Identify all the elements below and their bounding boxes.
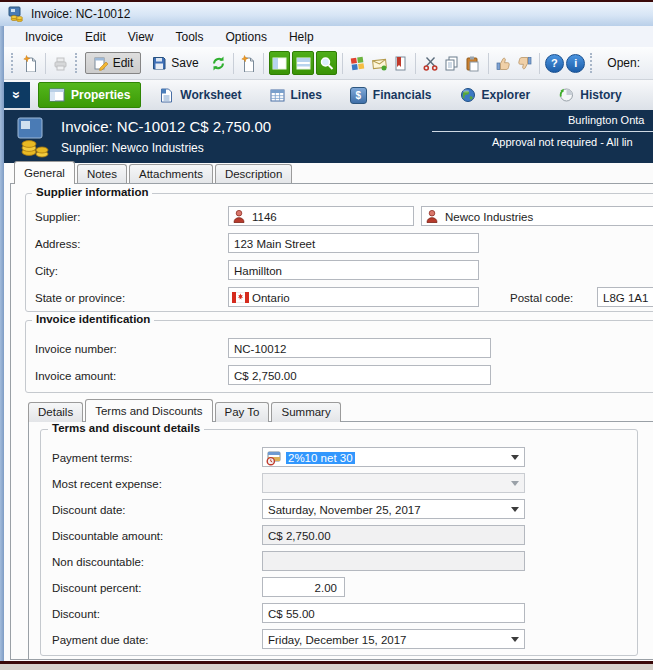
discount-date-combobox[interactable]: Saturday, November 25, 2017 [262,499,525,519]
state-value: Ontario [252,292,290,304]
menu-edit[interactable]: Edit [74,28,117,46]
supplier-name-field[interactable]: Newco Industries [421,206,653,226]
history-clock-icon [558,87,574,103]
tab-notes[interactable]: Notes [77,164,127,184]
invoice-id-legend: Invoice identification [32,313,154,325]
lines-grid-icon [270,89,285,102]
menu-help[interactable]: Help [278,28,325,46]
dollar-glyph: $ [356,90,362,101]
city-label: City: [35,261,58,281]
menu-invoice[interactable]: Invoice [14,28,74,46]
mail-icon [371,55,388,72]
edit-button[interactable]: Edit [85,52,142,74]
paste-button[interactable] [462,51,483,75]
address-field[interactable]: 123 Main Street [228,233,479,253]
nav-financials[interactable]: $ Financials [340,83,442,107]
zoom-toggle[interactable] [316,51,337,75]
invoice-number-field[interactable]: NC-10012 [228,338,491,358]
windows-button[interactable] [347,51,368,75]
nav-explorer-label: Explorer [482,88,531,102]
discount-date-label: Discount date: [52,500,126,520]
dropdown-arrow-icon [507,475,523,491]
invoice-amount-value: C$ 2,750.00 [234,370,297,382]
payment-terms-value: 2%10 net 30 [286,452,355,464]
nav-properties[interactable]: Properties [38,82,141,108]
tab-description[interactable]: Description [215,164,293,184]
report-button[interactable] [390,51,411,75]
discount-percent-field[interactable]: 2.00 [262,577,345,597]
nav-financials-label: Financials [373,88,432,102]
discountable-amount-field: C$ 2,750.00 [262,525,525,545]
info-button[interactable]: i [565,51,586,75]
financials-dollar-icon: $ [350,87,367,104]
nav-explorer[interactable]: Explorer [450,83,541,107]
banner-approval-text: Approval not required - All lin [492,136,633,148]
discountable-amount-label: Discountable amount: [52,526,163,546]
supplier-id-field[interactable]: 1146 [228,206,414,226]
save-button[interactable]: Save [143,52,206,74]
main-tabstrip: General Notes Attachments Description [14,162,292,184]
edit-icon [93,55,109,71]
state-field[interactable]: Ontario [228,287,479,307]
person-icon [425,209,439,224]
layout-rows-toggle[interactable] [292,51,313,75]
window-title: Invoice: NC-10012 [31,7,130,21]
payment-terms-label: Payment terms: [52,448,133,468]
tab-terms-and-discounts[interactable]: Terms and Discounts [85,399,212,422]
toolbar: Edit Save [4,47,653,80]
discountable-amount-value: C$ 2,750.00 [268,530,331,542]
worksheet-icon [159,88,174,103]
help-button[interactable]: ? [544,51,565,75]
supplier-label: Supplier: [35,207,80,227]
save-icon [151,55,167,71]
dropdown-arrow-icon[interactable] [507,449,523,465]
postal-code-value: L8G 1A1 [603,292,648,304]
collapse-nav-button[interactable]: » [4,82,30,108]
copy-button[interactable] [441,51,462,75]
approve-button[interactable] [492,51,513,75]
nav-lines-label: Lines [291,88,322,102]
printer-icon [52,55,69,72]
address-label: Address: [35,234,80,254]
cut-button[interactable] [420,51,441,75]
invoice-amount-field[interactable]: C$ 2,750.00 [228,365,491,385]
layout-left-pane-toggle[interactable] [269,51,290,75]
payment-terms-combobox[interactable]: 2%10 net 30 [262,447,525,467]
tab-details[interactable]: Details [28,402,83,422]
nav-history[interactable]: History [548,83,631,107]
address-value: 123 Main Street [234,238,315,250]
discount-field[interactable]: C$ 55.00 [262,603,525,623]
terms-legend: Terms and discount details [48,422,204,434]
menu-tools[interactable]: Tools [165,28,215,46]
open-label: Open: [607,56,640,70]
toolbar-drag-handle[interactable] [590,53,595,73]
print-button[interactable] [50,51,71,75]
payment-due-date-combobox[interactable]: Friday, December 15, 2017 [262,629,525,649]
new-invoice-button[interactable] [20,51,41,75]
city-field[interactable]: Hamillton [228,260,479,280]
new-document-button[interactable] [238,51,259,75]
invoice-number-label: Invoice number: [35,339,117,359]
tab-general[interactable]: General [14,161,75,184]
tab-pay-to[interactable]: Pay To [215,402,270,422]
menu-bar: Invoice Edit View Tools Options Help [4,26,653,47]
nav-worksheet[interactable]: Worksheet [149,83,251,107]
menu-options[interactable]: Options [215,28,278,46]
recent-expense-combobox [262,473,525,493]
dropdown-arrow-icon[interactable] [507,501,523,517]
tab-summary[interactable]: Summary [271,402,340,422]
menu-view[interactable]: View [117,28,165,46]
send-button[interactable] [369,51,390,75]
payment-due-date-value: Friday, December 15, 2017 [268,634,407,646]
tab-attachments[interactable]: Attachments [129,164,213,184]
toolbar-drag-handle[interactable] [11,53,16,73]
nav-lines[interactable]: Lines [260,83,332,107]
toolbar-drag-handle[interactable] [75,53,80,73]
view-nav-bar: » Properties Worksheet Lines $ Financial… [4,80,653,110]
postal-code-field[interactable]: L8G 1A1 [597,287,653,307]
dropdown-arrow-icon[interactable] [507,631,523,647]
refresh-button[interactable] [208,51,229,75]
thumbs-down-icon [516,55,533,72]
non-discountable-label: Non discountable: [52,552,144,572]
reject-button[interactable] [514,51,535,75]
